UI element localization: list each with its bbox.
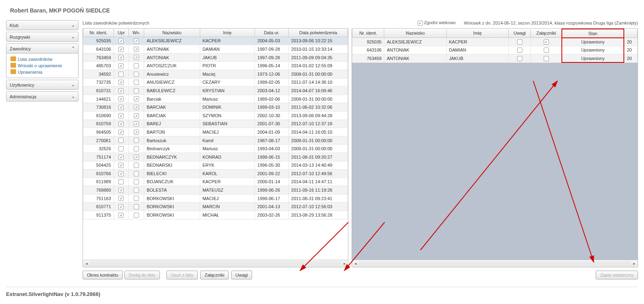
checkbox-icon[interactable] xyxy=(118,213,124,218)
left-table-scroll[interactable]: Nr. ident. Upr Wn. Nazwisko Imię Data ur… xyxy=(83,29,348,260)
checkbox-icon[interactable] xyxy=(118,188,124,193)
table-row[interactable]: 144621BarciakMariusz1989-02-062008-01-31… xyxy=(83,95,348,103)
zapis-button[interactable]: Zapis ostateczny xyxy=(596,271,638,279)
table-row[interactable]: 32626BednarczykMariusz1993-04-032008-01-… xyxy=(83,145,348,153)
checkbox-icon[interactable] xyxy=(134,196,139,201)
checkbox-icon[interactable] xyxy=(118,121,124,126)
checkbox-icon[interactable] xyxy=(134,38,139,43)
checkbox-icon[interactable] xyxy=(118,113,124,118)
checkbox-icon[interactable] xyxy=(134,63,139,68)
sidebar-sub-uprawnienia[interactable]: Uprawnienia xyxy=(10,69,75,75)
table-row[interactable]: 911375BORKOWSKIMICHAŁ2003-02-262013-08-2… xyxy=(83,211,348,219)
checkbox-icon[interactable] xyxy=(118,38,124,43)
checkbox-icon[interactable] xyxy=(118,138,124,143)
table-row[interactable]: 643106ANTONIAKDAMIAN1997-09-282010-01-15… xyxy=(83,45,348,54)
age-check-label[interactable]: Zgodni wiekowo xyxy=(418,20,456,26)
table-row[interactable]: 763459ANTONIAKJAKUB1997-09-282011-09-09 … xyxy=(83,53,348,62)
sidebar-item-uzytkownicy[interactable]: Użytkownicy⌄ xyxy=(6,80,79,90)
checkbox-icon[interactable] xyxy=(118,47,124,52)
sidebar-item-rozgrywki[interactable]: Rozgrywki⌄ xyxy=(6,32,79,42)
horizontal-scrollbar[interactable]: ◂▸ xyxy=(352,260,638,267)
checkbox-icon[interactable] xyxy=(118,155,124,160)
col-upr[interactable]: Upr xyxy=(114,29,129,37)
col-imie[interactable]: Imię xyxy=(200,29,255,37)
horizontal-scrollbar[interactable]: ◂▸ xyxy=(83,260,348,267)
table-row[interactable]: 810759BAREJSEBASTIAN2001-07-302012-07-10… xyxy=(83,120,348,128)
checkbox-icon[interactable] xyxy=(544,39,549,45)
checkbox-icon[interactable] xyxy=(118,130,124,135)
checkbox-icon[interactable] xyxy=(134,113,139,118)
table-row[interactable]: 769880BOLESTAMATEUSZ1998-06-262011-09-16… xyxy=(83,186,348,194)
table-row[interactable]: 643106ANTONIAKDAMIANUprawniony20 xyxy=(352,46,638,54)
checkbox-icon[interactable] xyxy=(134,80,139,85)
table-row[interactable]: 34592AnusiewiczMaciej1973-12-062008-01-3… xyxy=(83,70,348,78)
table-row[interactable]: 810766BIELECKIKAROL2001-09-222012-07-10 … xyxy=(83,170,348,178)
scroll-right-icon[interactable]: ▸ xyxy=(631,261,638,266)
sidebar-sub-lista[interactable]: Lista zawodników xyxy=(10,56,75,62)
table-row[interactable]: 925035ALEKSIEJEWICZKACPERUprawniony20 xyxy=(352,38,638,46)
checkbox-icon[interactable] xyxy=(118,179,124,184)
col-data-ur[interactable]: Data ur. xyxy=(255,29,289,37)
checkbox-icon[interactable] xyxy=(134,96,139,101)
checkbox-icon[interactable] xyxy=(134,121,139,126)
scroll-left-icon[interactable]: ◂ xyxy=(83,261,90,266)
dodaj-button[interactable]: Dodaj do listy xyxy=(124,271,160,279)
checkbox-icon[interactable] xyxy=(134,188,139,193)
checkbox-icon[interactable] xyxy=(134,146,139,151)
checkbox-icon[interactable] xyxy=(118,88,124,93)
table-row[interactable]: 810731BABULEWICZKRYSTIAN2003-04-122014-0… xyxy=(83,87,348,95)
sidebar-sub-wnioski[interactable]: Wnioski o uprawnienie xyxy=(10,62,75,69)
checkbox-icon[interactable] xyxy=(118,55,124,60)
zalaczniki-button[interactable]: Załączniki xyxy=(200,271,229,279)
checkbox-icon[interactable] xyxy=(118,72,124,77)
col-wn[interactable]: Wn. xyxy=(129,29,144,37)
uwagi-button[interactable]: Uwagi xyxy=(231,271,253,279)
checkbox-icon[interactable] xyxy=(134,105,139,110)
sidebar-item-administracja[interactable]: Administracja⌄ xyxy=(6,91,79,101)
checkbox-icon[interactable] xyxy=(134,130,139,135)
col-uwagi[interactable]: Uwagi xyxy=(509,29,531,38)
checkbox-icon[interactable] xyxy=(544,56,549,61)
table-row[interactable]: 763459ANTONIAKJAKUBUprawniony20 xyxy=(352,54,638,63)
col-zalaczniki[interactable]: Załączniki xyxy=(531,29,562,38)
checkbox-icon[interactable] xyxy=(134,163,139,168)
table-row[interactable]: 732735ANUSIEWICZCEZARY1999-02-052011-07-… xyxy=(83,78,348,87)
usun-button[interactable]: Usuń z listy xyxy=(166,271,198,279)
checkbox-icon[interactable] xyxy=(118,204,124,209)
checkbox-icon[interactable] xyxy=(418,21,423,26)
checkbox-icon[interactable] xyxy=(118,96,124,101)
checkbox-icon[interactable] xyxy=(118,196,124,201)
table-row[interactable]: 811989BOJANCZUKKACPER2000-01-142014-04-1… xyxy=(83,178,348,186)
sidebar-item-zawodnicy[interactable]: Zawodnicy⌃ xyxy=(6,43,79,54)
scroll-left-icon[interactable]: ◂ xyxy=(352,261,359,266)
col-nazwisko[interactable]: Nazwisko xyxy=(384,29,446,38)
table-row[interactable]: 270061BartoszukKamil1987-08-172008-01-31… xyxy=(83,136,348,145)
checkbox-icon[interactable] xyxy=(134,138,139,143)
col-nr-ident[interactable]: Nr. ident. xyxy=(83,29,114,37)
checkbox-icon[interactable] xyxy=(544,48,549,53)
table-row[interactable]: 730816BARCIAKDOMINIK1999-03-102011-06-02… xyxy=(83,103,348,112)
checkbox-icon[interactable] xyxy=(134,204,139,209)
okres-button[interactable]: Okres kontraktu xyxy=(83,271,123,279)
right-table-scroll[interactable]: Nr. ident. Nazwisko Imię Uwagi Załącznik… xyxy=(352,29,638,260)
table-row[interactable]: 504425BEDNARSKIERYK1996-05-302014-03-13 … xyxy=(83,161,348,170)
checkbox-icon[interactable] xyxy=(118,63,124,68)
checkbox-icon[interactable] xyxy=(118,146,124,151)
checkbox-icon[interactable] xyxy=(134,179,139,184)
checkbox-icon[interactable] xyxy=(134,55,139,60)
sidebar-item-klub[interactable]: Klub⌄ xyxy=(6,20,79,30)
checkbox-icon[interactable] xyxy=(517,39,522,45)
checkbox-icon[interactable] xyxy=(134,88,139,93)
col-imie[interactable]: Imię xyxy=(446,29,508,38)
col-extra[interactable] xyxy=(624,29,637,38)
checkbox-icon[interactable] xyxy=(134,171,139,176)
checkbox-icon[interactable] xyxy=(118,80,124,85)
checkbox-icon[interactable] xyxy=(517,48,522,53)
table-row[interactable]: 810771BORKOWSKIMARCIN2001-04-132012-07-1… xyxy=(83,203,348,211)
table-row[interactable]: 751174BEDNARCZYKKONRAD1998-06-152011-08-… xyxy=(83,153,348,161)
col-data-pot[interactable]: Data potwierdzenia xyxy=(289,29,348,37)
table-row[interactable]: 964505BARTOŃMACIEJ2004-01-092014-04-11 1… xyxy=(83,128,348,136)
col-nazwisko[interactable]: Nazwisko xyxy=(144,29,200,37)
checkbox-icon[interactable] xyxy=(134,47,139,52)
col-stan[interactable]: Stan xyxy=(562,29,624,38)
